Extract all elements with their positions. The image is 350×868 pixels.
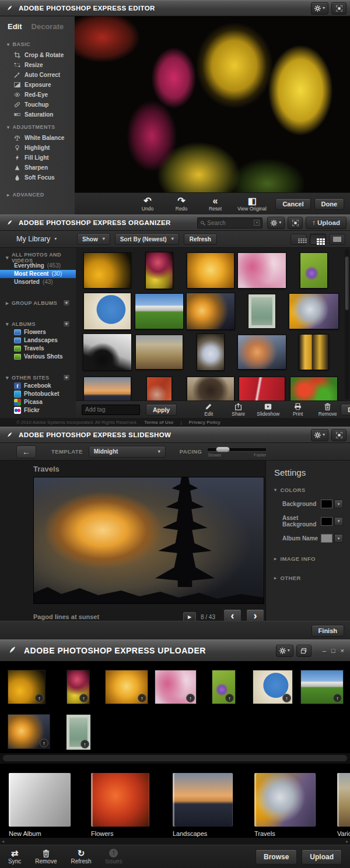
view-medium-grid-button[interactable] — [310, 234, 326, 245]
sidebar-item-saturation[interactable]: Saturation — [0, 110, 75, 120]
photo-thumbnail[interactable] — [187, 293, 235, 329]
album-name-color-swatch[interactable] — [321, 534, 332, 543]
pacing-slider-track[interactable] — [208, 448, 266, 451]
settings-button[interactable]: ▾ — [311, 2, 328, 15]
view-single-button[interactable] — [329, 234, 345, 245]
photo-thumbnail[interactable] — [290, 377, 337, 401]
back-button[interactable]: ← — [16, 445, 36, 458]
undo-button[interactable]: ↶Undo — [132, 196, 163, 212]
terms-of-use-link[interactable]: Terms of Use — [144, 420, 173, 425]
template-dropdown[interactable]: Midnight▾ — [89, 446, 166, 458]
fullscreen-button[interactable] — [331, 2, 346, 15]
sidebar-item-soft-focus[interactable]: Soft Focus — [0, 173, 75, 182]
new-album-button[interactable] — [9, 773, 71, 827]
photo-thumbnail[interactable] — [147, 377, 172, 401]
photo-thumbnail[interactable] — [300, 253, 327, 288]
asset-background-color-dropdown[interactable]: ▾ — [334, 517, 343, 526]
sidebar-item-crop-rotate[interactable]: Crop & Rotate — [0, 50, 75, 60]
settings-button[interactable]: ▾ — [311, 429, 328, 441]
sidebar-item-highlight[interactable]: Highlight — [0, 143, 75, 153]
photo-thumbnail[interactable] — [84, 377, 131, 401]
sidebar-item-most-recent[interactable]: Most Recent(30) — [0, 270, 76, 278]
photo-thumbnail[interactable] — [84, 253, 131, 288]
apply-button[interactable]: Apply — [146, 404, 177, 416]
upload-button[interactable]: ↑Upload — [306, 217, 346, 229]
sidebar-item-resize[interactable]: Resize — [0, 60, 75, 70]
section-advanced-header[interactable]: ▸ADVANCED — [0, 187, 75, 201]
cancel-button[interactable]: Cancel — [275, 198, 310, 210]
section-basic-header[interactable]: ▾BASIC — [0, 37, 75, 50]
edit-button[interactable]: Edit — [195, 403, 222, 417]
upload-thumbnail[interactable]: ↑ — [67, 670, 89, 704]
restore-icon[interactable]: □ — [331, 647, 335, 654]
remove-button[interactable]: Remove — [314, 403, 341, 417]
background-color-swatch[interactable] — [321, 500, 332, 508]
photo-thumbnail[interactable] — [135, 294, 183, 329]
album-cover[interactable] — [91, 773, 149, 827]
scroll-left-icon[interactable]: ◂ — [2, 839, 4, 844]
print-button[interactable]: Print — [285, 403, 311, 417]
upload-thumbnail[interactable]: ↑ — [253, 670, 292, 704]
photo-thumbnail[interactable] — [197, 334, 224, 370]
photo-thumbnail[interactable] — [299, 335, 328, 370]
issues-button[interactable]: !Issues — [106, 849, 123, 865]
background-color-dropdown[interactable]: ▾ — [334, 500, 343, 508]
show-dropdown[interactable]: Show▾ — [77, 233, 110, 245]
finish-button[interactable]: Finish — [312, 625, 344, 637]
sidebar-item-white-balance[interactable]: White Balance — [0, 133, 75, 143]
sidebar-item-unsorted[interactable]: Unsorted(43) — [0, 278, 76, 286]
asset-background-color-swatch[interactable] — [321, 517, 332, 526]
other-header[interactable]: ▸OTHER — [274, 575, 343, 581]
thumbnail-grid-button[interactable] — [169, 614, 178, 620]
upload-thumbnail[interactable]: ↑ — [155, 670, 196, 704]
sidebar-item-red-eye[interactable]: Red-Eye — [0, 90, 75, 100]
pacing-slider-thumb[interactable] — [216, 447, 230, 452]
sync-button[interactable]: ⇄Sync — [8, 849, 21, 865]
upload-thumbnail[interactable]: ↑ — [106, 670, 148, 704]
add-album-button[interactable]: + — [63, 321, 70, 328]
add-site-button[interactable]: + — [63, 374, 70, 381]
minimize-icon[interactable]: – — [323, 647, 326, 654]
stack-view-button[interactable] — [296, 645, 312, 657]
done-button[interactable]: Done — [314, 198, 345, 210]
site-item-photobucket[interactable]: Photobucket — [0, 390, 76, 398]
play-button[interactable]: ▶ — [183, 612, 196, 621]
photo-thumbnail[interactable] — [83, 334, 131, 370]
scrollbar-thumb[interactable] — [345, 256, 349, 310]
photo-thumbnail[interactable] — [136, 335, 183, 369]
photo-thumbnail[interactable] — [249, 294, 275, 328]
upload-thumbnail[interactable]: ↑ — [8, 715, 50, 748]
view-small-grid-button[interactable] — [290, 234, 307, 245]
album-item-landscapes[interactable]: Landscapes — [0, 336, 76, 345]
settings-button[interactable]: ▾ — [267, 217, 285, 229]
privacy-policy-link[interactable]: Privacy Policy — [189, 420, 220, 425]
view-original-button[interactable]: ◧View Original — [233, 196, 271, 212]
sidebar-item-fill-light[interactable]: Fill Light — [0, 153, 75, 163]
done-button[interactable]: Done — [341, 404, 350, 416]
site-item-facebook[interactable]: fFacebook — [0, 382, 76, 390]
album-item-various-shots[interactable]: Various Shots — [0, 353, 76, 361]
photo-thumbnail[interactable] — [187, 253, 234, 288]
upload-thumbnail[interactable]: ↑ — [8, 670, 45, 704]
image-info-header[interactable]: ▸IMAGE INFO — [274, 556, 343, 562]
add-group-album-button[interactable]: + — [63, 300, 70, 307]
album-cover[interactable] — [337, 773, 350, 827]
share-button[interactable]: Share — [225, 403, 251, 417]
photo-thumbnail[interactable] — [238, 335, 286, 369]
sidebar-item-auto-correct[interactable]: Auto Correct — [0, 70, 75, 80]
fullscreen-button[interactable] — [331, 429, 346, 441]
album-cover[interactable] — [254, 773, 316, 827]
colors-header[interactable]: ▾COLORS — [274, 487, 343, 493]
photo-thumbnail[interactable] — [146, 252, 173, 289]
album-name-color-dropdown[interactable]: ▾ — [334, 534, 343, 543]
tab-decorate[interactable]: Decorate — [32, 22, 64, 31]
all-photos-header[interactable]: ▾ALL PHOTOS AND VIDEOS — [0, 253, 76, 262]
scroll-right-icon[interactable]: ▸ — [346, 839, 348, 844]
browse-button[interactable]: Browse — [256, 849, 297, 865]
vertical-scrollbar[interactable] — [345, 249, 349, 399]
scrollbar-thumb[interactable] — [3, 755, 347, 761]
sidebar-item-sharpen[interactable]: Sharpen — [0, 163, 75, 173]
album-horizontal-scrollbar[interactable]: ◂ ▸ — [0, 838, 350, 845]
slideshow-button[interactable]: Slideshow — [255, 403, 281, 417]
photo-thumbnail[interactable] — [289, 294, 338, 329]
